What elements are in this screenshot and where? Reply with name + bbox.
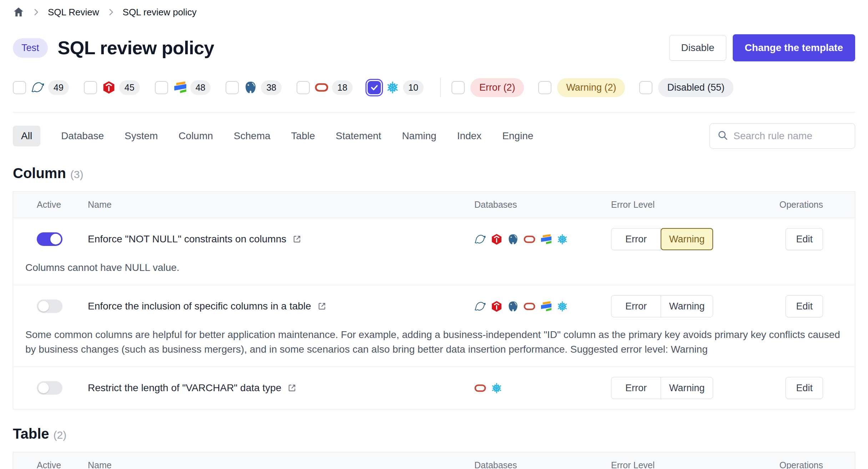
active-toggle[interactable] [37,232,62,246]
tab-naming[interactable]: Naming [402,126,436,146]
column-header-error-level: Error Level [611,200,772,210]
table-header-row: ActiveNameDatabasesError LevelOperations [13,192,855,218]
tidb-icon [491,301,503,312]
column-header-active: Active [37,200,88,210]
active-cell [37,232,88,246]
active-toggle[interactable] [37,381,62,395]
header-actions: Disable Change the template [669,34,855,61]
external-link-icon[interactable] [317,301,327,311]
level-pill-error[interactable]: Error (2) [470,78,524,97]
rule-row-main: Enforce "NOT NULL" constraints on column… [13,218,855,260]
external-link-icon[interactable] [292,234,302,244]
warning-level-button[interactable]: Warning [661,228,713,250]
change-template-button[interactable]: Change the template [733,34,855,61]
mysql-icon [31,81,45,94]
page-header: Test SQL review policy Disable Change th… [13,34,855,61]
rule-name-cell: Enforce "NOT NULL" constraints on column… [88,233,474,245]
tab-database[interactable]: Database [61,126,104,146]
home-icon[interactable] [13,6,24,18]
level-pill-disabled[interactable]: Disabled (55) [658,78,733,97]
tab-schema[interactable]: Schema [234,126,271,146]
engine-count-snowflake: 10 [403,80,424,95]
engine-checkbox-tidb[interactable] [84,81,97,94]
databases-cell [474,301,611,312]
engine-checkbox-snowflake[interactable] [368,81,381,94]
engine-filter-oceanbase: 48 [155,80,211,95]
error-level-button[interactable]: Error [611,377,661,399]
postgresql-icon [507,233,519,245]
rules-table-table: ActiveNameDatabasesError LevelOperations… [13,452,855,469]
page-title: SQL review policy [58,37,215,59]
tab-table[interactable]: Table [291,126,315,146]
level-checkbox-disabled[interactable] [639,81,652,94]
rule-name: Enforce the inclusion of specific column… [88,301,311,312]
level-pill-warning[interactable]: Warning (2) [557,78,625,97]
oracle-icon [524,233,535,245]
active-toggle[interactable] [37,299,62,313]
engine-filter-postgresql: 38 [226,80,282,95]
category-tabs-row: AllDatabaseSystemColumnSchemaTableStatem… [13,123,855,149]
search-box[interactable] [710,123,855,149]
rule-name-cell: Enforce the inclusion of specific column… [88,301,474,312]
oceanbase-icon [173,81,187,94]
tab-all[interactable]: All [13,126,40,146]
engine-count-oceanbase: 48 [190,80,211,95]
rules-table-column: ActiveNameDatabasesError LevelOperations… [13,191,855,409]
snowflake-icon [556,301,568,312]
section-title: Table [13,426,49,442]
breadcrumb-sql-review-policy[interactable]: SQL review policy [123,7,197,18]
breadcrumb-sql-review[interactable]: SQL Review [48,7,99,18]
column-header-active: Active [37,460,88,469]
disable-button[interactable]: Disable [669,35,726,61]
error-level-button[interactable]: Error [611,295,661,317]
edit-button[interactable]: Edit [786,295,823,317]
databases-cell [474,233,611,245]
error-level-cell: ErrorWarning [611,295,772,317]
active-cell [37,299,88,313]
column-header-error-level: Error Level [611,460,772,469]
postgresql-icon [507,301,519,312]
tab-index[interactable]: Index [457,126,482,146]
section-title: Column [13,165,66,181]
edit-button[interactable]: Edit [786,377,823,399]
level-filter-disabled: Disabled (55) [639,78,733,97]
engine-count-tidb: 45 [119,80,140,95]
error-level-cell: ErrorWarning [611,377,772,399]
edit-button[interactable]: Edit [786,228,823,250]
active-cell [37,381,88,395]
tab-system[interactable]: System [125,126,158,146]
filter-divider [440,78,441,97]
engine-checkbox-mysql[interactable] [13,81,26,94]
level-checkbox-error[interactable] [451,81,465,94]
warning-level-button[interactable]: Warning [661,295,713,317]
engine-count-oracle: 18 [332,80,353,95]
tab-statement[interactable]: Statement [336,126,382,146]
tab-engine[interactable]: Engine [502,126,533,146]
engine-checkbox-oceanbase[interactable] [155,81,168,94]
level-filters: Error (2)Warning (2)Disabled (55) [451,78,748,97]
snowflake-icon [556,233,568,245]
warning-level-button[interactable]: Warning [661,377,713,399]
oracle-icon [524,301,535,312]
column-header-databases: Databases [474,460,611,469]
error-level-button[interactable]: Error [611,228,661,250]
engine-filter-oracle: 18 [297,80,353,95]
filter-row: 494548381810 Error (2)Warning (2)Disable… [13,78,855,97]
engine-checkbox-oracle[interactable] [297,81,310,94]
environment-badge: Test [13,38,48,58]
engine-filter-tidb: 45 [84,80,140,95]
databases-cell [474,382,611,394]
mysql-icon [474,301,486,312]
toggle-knob [38,383,49,393]
table-row: Restrict the length of "VARCHAR" data ty… [13,367,855,409]
column-header-name: Name [88,460,474,469]
sql-review-policy-page: SQL Review SQL review policy Test SQL re… [0,0,868,469]
external-link-icon[interactable] [287,383,297,393]
engine-filter-mysql: 49 [13,80,69,95]
horizontal-divider [13,112,855,112]
search-input[interactable] [733,130,848,142]
level-checkbox-warning[interactable] [538,81,551,94]
engine-checkbox-postgresql[interactable] [226,81,239,94]
tab-column[interactable]: Column [178,126,213,146]
table-row: Enforce the inclusion of specific column… [13,285,855,367]
